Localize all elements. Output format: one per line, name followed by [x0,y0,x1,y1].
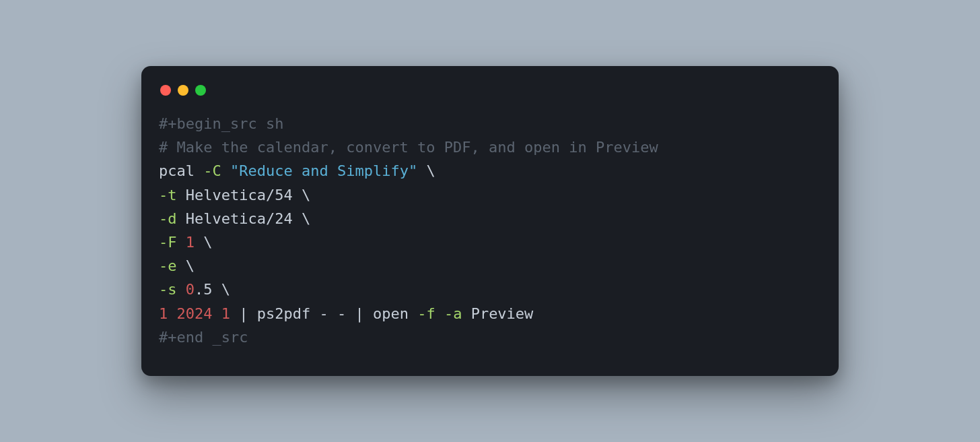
terminal-window: #+begin_src sh # Make the calendar, conv… [141,66,839,376]
flag-s: -s [159,281,177,298]
flag-f: -f [417,305,435,322]
arg-preview: Preview [462,305,533,322]
flag-d: -d [159,210,177,227]
arg-d: Helvetica/24 \ [177,210,311,227]
num-0: 0 [186,281,195,298]
zoom-icon[interactable] [195,85,206,96]
line-continuation: \ [177,257,195,274]
flag-F: -F [159,234,177,251]
code-block: #+begin_src sh # Make the calendar, conv… [159,112,821,349]
org-begin-src: #+begin_src sh [159,115,283,132]
flag-e: -e [159,257,177,274]
close-icon[interactable] [160,85,171,96]
pipe-ps2pdf-open: | ps2pdf - - | open [230,305,417,322]
string-title: "Reduce and Simplify" [230,162,417,179]
org-end-src: #+end _src [159,329,248,346]
flag-C: -C [203,162,221,179]
num-count: 1 [221,305,230,322]
window-titlebar [159,82,821,112]
num-1: 1 [186,234,195,251]
line-continuation: \ [417,162,435,179]
num-year: 2024 [177,305,213,322]
code-comment: # Make the calendar, convert to PDF, and… [159,139,658,156]
arg-t: Helvetica/54 \ [177,187,311,203]
arg-s-rest: .5 \ [195,281,230,298]
cmd-pcal: pcal [159,162,203,179]
line-continuation: \ [195,234,213,251]
minimize-icon[interactable] [178,85,188,96]
num-month: 1 [159,305,168,322]
flag-t: -t [159,187,177,203]
flag-a: -a [444,305,462,322]
